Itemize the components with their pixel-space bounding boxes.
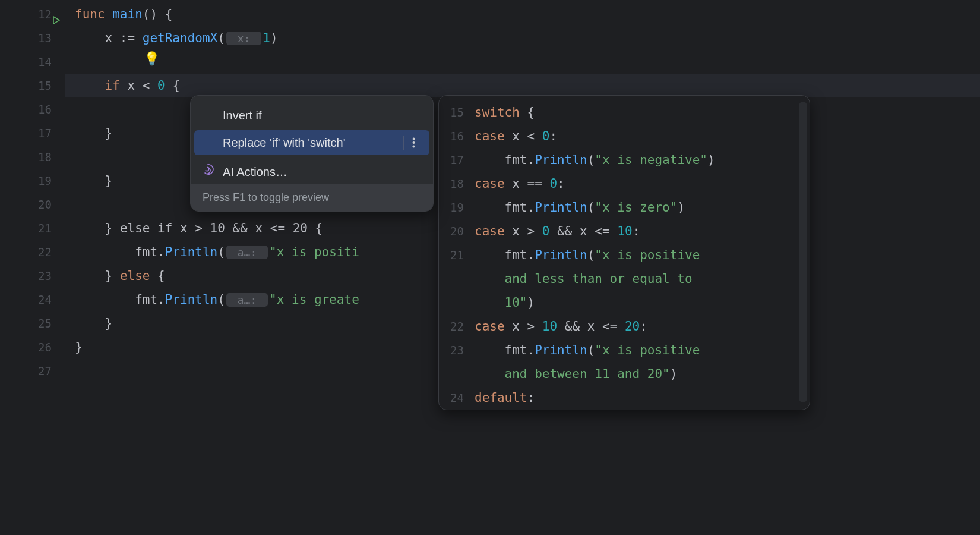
ai-spiral-icon (201, 159, 214, 184)
gutter-line: 12 (0, 2, 65, 26)
preview-code-line: case x == 0: (471, 172, 810, 196)
gutter-line: 23 (0, 264, 65, 288)
preview-gutter-line (439, 267, 471, 291)
preview-code-line: fmt.Println("x is positive (471, 243, 810, 267)
preview-code-line: and less than or equal to (471, 267, 810, 291)
code-line[interactable]: func main() { (65, 2, 980, 26)
svg-point-1 (413, 141, 415, 144)
intention-item-replace-if-with-switch[interactable]: Replace 'if' with 'switch' (194, 130, 429, 155)
gutter-line: 16 (0, 97, 65, 121)
gutter-line: 15 (0, 74, 65, 97)
code-line[interactable]: if x < 0 { (65, 74, 980, 97)
run-gutter-icon[interactable] (52, 9, 62, 20)
preview-code-line: case x > 0 && x <= 10: (471, 219, 810, 243)
gutter-line: 19 (0, 169, 65, 193)
preview-code-line: 10") (471, 291, 810, 314)
intention-item-ai-actions[interactable]: AI Actions… (191, 159, 433, 184)
gutter-line: 22 (0, 240, 65, 264)
more-options-icon[interactable] (403, 136, 415, 150)
gutter-line: 14 (0, 50, 65, 74)
svg-point-0 (413, 138, 415, 140)
line-number-gutter: 12131415161718192021222324252627 (0, 0, 65, 535)
preview-gutter-line: 19 (439, 196, 471, 219)
preview-gutter-line: 16 (439, 124, 471, 148)
preview-code: switch {case x < 0: fmt.Println("x is ne… (471, 98, 810, 410)
preview-code-line: fmt.Println("x is negative") (471, 148, 810, 172)
code-area[interactable]: 💡 func main() { x := getRandomX( x: 1) i… (65, 0, 980, 535)
preview-gutter-line: 22 (439, 314, 471, 338)
preview-code-line: and between 11 and 20") (471, 362, 810, 386)
intention-item-invert-if[interactable]: Invert if (191, 102, 433, 129)
preview-gutter-line: 15 (439, 100, 471, 124)
intention-item-label: Replace 'if' with 'switch' (223, 130, 345, 155)
gutter-line: 24 (0, 288, 65, 311)
preview-gutter-line: 17 (439, 148, 471, 172)
preview-gutter: 15161718192021222324 (439, 98, 471, 410)
preview-gutter-line (439, 362, 471, 386)
preview-gutter-line: 18 (439, 172, 471, 196)
intention-item-label: Invert if (223, 102, 262, 129)
intention-item-label: AI Actions… (223, 159, 287, 184)
svg-point-2 (413, 146, 415, 148)
preview-scrollbar[interactable] (799, 102, 807, 402)
gutter-line: 17 (0, 121, 65, 145)
preview-gutter-line (439, 291, 471, 314)
gutter-line: 25 (0, 311, 65, 335)
preview-code-line: default: (471, 386, 810, 410)
gutter-line: 13 (0, 26, 65, 50)
code-line[interactable] (65, 50, 980, 74)
gutter-line: 26 (0, 335, 65, 359)
preview-code-line: case x < 0: (471, 124, 810, 148)
popup-hint-text: Press F1 to toggle preview (203, 191, 329, 203)
gutter-line: 27 (0, 359, 65, 383)
gutter-line: 21 (0, 216, 65, 240)
intention-actions-popup[interactable]: Invert if Replace 'if' with 'switch' AI … (190, 95, 434, 212)
preview-gutter-line: 21 (439, 243, 471, 267)
code-editor[interactable]: 12131415161718192021222324252627 💡 func … (0, 0, 980, 535)
preview-code-line: fmt.Println("x is zero") (471, 196, 810, 219)
preview-code-line: switch { (471, 100, 810, 124)
preview-gutter-line: 23 (439, 338, 471, 362)
gutter-line: 20 (0, 193, 65, 216)
popup-hint-bar: Press F1 to toggle preview (191, 184, 433, 211)
preview-gutter-line: 24 (439, 386, 471, 410)
refactor-preview-panel: 15161718192021222324 switch {case x < 0:… (438, 95, 810, 410)
gutter-line: 18 (0, 145, 65, 169)
preview-code-line: case x > 10 && x <= 20: (471, 314, 810, 338)
preview-gutter-line: 20 (439, 219, 471, 243)
preview-code-line: fmt.Println("x is positive (471, 338, 810, 362)
code-line[interactable]: x := getRandomX( x: 1) (65, 26, 980, 50)
